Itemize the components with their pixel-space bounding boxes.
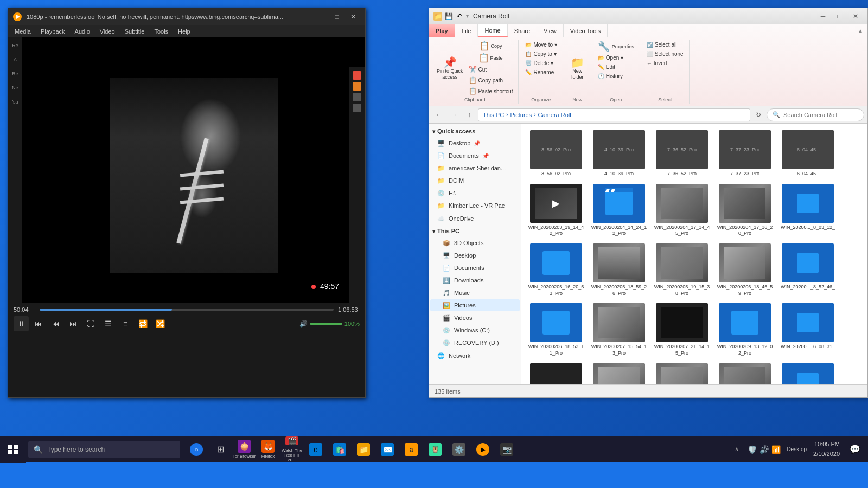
explorer-dropdown-icon[interactable]: ▾ [466,13,469,19]
path-camera-roll[interactable]: Camera Roll [538,112,571,118]
taskbar-app-firefox[interactable]: 🦊 Firefox [256,438,280,461]
up-button[interactable]: ↑ [463,108,476,121]
ribbon-tab-view[interactable]: View [537,24,564,37]
vlc-shuffle-button[interactable]: 🔀 [152,316,168,331]
history-button[interactable]: 🕐 History [596,72,625,80]
file-item-16[interactable]: WIN_20200210_15_20_53_Pro [589,361,649,384]
properties-button[interactable]: 🔧 Properties [596,41,636,53]
vlc-play-button[interactable]: ⏸ [14,316,29,331]
sidebar-item-documents2[interactable]: 📄 Documents [430,262,520,274]
ribbon-tab-home[interactable]: Home [478,24,507,37]
file-item-19[interactable]: WIN_20200..._1_15_11_ [777,361,838,384]
address-path[interactable]: This PC › Pictures › Camera Roll [478,108,750,121]
ribbon-tab-videotools[interactable]: Video Tools [564,24,608,37]
file-item-6[interactable]: WIN_20200205_18_59_26_Pro [589,241,649,299]
refresh-button[interactable]: ↻ [752,109,764,121]
file-item-4[interactable]: WIN_20200..._8_03_12_ [777,182,838,239]
cut-button[interactable]: ✂️ Cut [467,65,515,74]
file-item-11[interactable]: WIN_20200207_15_54_13_Pro [589,301,649,358]
vlc-volume-bar[interactable] [310,323,342,325]
vlc-side-item-red[interactable] [353,71,361,80]
vlc-playlist-button[interactable]: ≡ [118,316,133,331]
ribbon-collapse-btn[interactable]: ▲ [858,24,867,37]
tray-network-icon[interactable]: 📶 [771,445,780,454]
taskbar-camera[interactable]: 📷 [495,438,519,461]
select-none-button[interactable]: ⬜ Select none [644,50,686,58]
path-pictures[interactable]: Pictures [510,112,532,118]
paste-shortcut-button[interactable]: 📋 Paste shortcut [467,86,515,96]
vlc-volume-icon[interactable]: 🔊 [299,320,308,328]
file-item-15[interactable]: WIN_20200209_18_12_42_Pro [526,361,586,384]
vlc-menu-playback[interactable]: Playback [36,27,69,36]
taskbar-vlc[interactable]: ▶ [471,438,495,461]
explorer-close-button[interactable]: ✕ [848,10,863,22]
sidebar-item-3dobjects[interactable]: 📦 3D Objects [430,237,520,249]
ribbon-tab-file[interactable]: File [455,24,478,37]
file-item-18[interactable]: WIN_20200210_18_39_18_Pro [714,361,775,384]
open-button[interactable]: 📂 Open ▾ [596,54,626,62]
sidebar-header-quickaccess[interactable]: ▾ Quick access [429,126,521,137]
sidebar-item-desktop2[interactable]: 🖥️ Desktop [430,249,520,261]
file-item-1[interactable]: WIN_20200204_14_24_12_Pro [589,182,649,239]
show-hidden-tray[interactable]: ∧ [735,446,739,453]
file-item-13[interactable]: WIN_20200209_13_12_02_Pro [714,301,775,358]
vlc-close-button[interactable]: ✕ [346,11,361,23]
file-item-7[interactable]: WIN_20200205_19_15_38_Pro [652,241,712,299]
start-button[interactable] [0,436,26,463]
file-item-10[interactable]: WIN_20200206_18_53_11_Pro [526,301,586,358]
vlc-prev-button[interactable]: ⏮ [48,316,63,331]
file-item-0[interactable]: ▶ WIN_20200203_19_14_42_Pro [526,182,586,239]
vlc-menu-video[interactable]: Video [95,27,119,36]
file-item-2[interactable]: WIN_20200204_17_34_45_Pro [652,182,712,239]
copy-path-button[interactable]: 📋 Copy path [467,75,515,85]
tray-sound-icon[interactable]: 🔊 [760,445,768,454]
taskbar-store[interactable]: 🛍️ [328,438,352,461]
system-clock[interactable]: 10:05 PM 2/10/2020 [809,440,844,459]
vlc-repeat-button[interactable]: 🔁 [135,316,150,331]
select-all-button[interactable]: ☑️ Select all [644,41,679,49]
sidebar-item-desktop[interactable]: 🖥️ Desktop 📌 [430,137,520,149]
taskbar-explorer[interactable]: 📁 [352,438,375,461]
vlc-progress-bar[interactable] [40,309,334,311]
file-item-top-3[interactable]: 7_36_52_Pro 7_36_52_Pro [652,128,712,179]
file-item-8[interactable]: WIN_20200206_18_45_59_Pro [714,241,775,299]
vlc-fullscreen-button[interactable]: ⛶ [83,316,98,331]
vlc-side-item-2[interactable] [353,82,361,91]
vlc-menu-tools[interactable]: Tools [150,27,173,36]
taskbar-app-redpill[interactable]: 🎬 Watch The Red Pill 20... [280,438,304,461]
file-item-top-4[interactable]: 7_37_23_Pro 7_37_23_Pro [714,128,775,179]
path-this-pc[interactable]: This PC [483,112,504,118]
taskbar-amazon[interactable]: a [399,438,423,461]
sidebar-item-network[interactable]: 🌐 Network [430,350,520,362]
sidebar-item-music[interactable]: 🎵 Music [430,287,520,299]
taskbar-desktop-label[interactable]: Desktop [787,446,807,452]
search-box[interactable]: 🔍 [767,108,864,121]
vlc-maximize-button[interactable]: □ [329,11,344,23]
edit-button[interactable]: ✏️ Edit [596,63,617,71]
move-to-button[interactable]: 📂 Move to ▾ [523,41,559,49]
vlc-side-item-4[interactable] [353,104,361,112]
vlc-side-item-3[interactable] [353,93,361,101]
file-item-5[interactable]: WIN_20200205_16_20_53_Pro [526,241,586,299]
vlc-menu-help[interactable]: Help [174,27,195,36]
pin-to-quick-access-button[interactable]: 📌 Pin to Quickaccess [435,56,465,81]
delete-button[interactable]: 🗑️ Delete ▾ [523,59,556,67]
vlc-stop-button[interactable]: ⏮ [31,316,46,331]
taskbar-app-torbrowser[interactable]: 🧅 Tor Browser [232,438,256,461]
sidebar-item-dcim[interactable]: 📁 DCIM [430,175,520,187]
sidebar-item-americavr[interactable]: 📁 americavr-Sheridan... [430,162,520,174]
back-button[interactable]: ← [432,108,445,121]
taskbar-edge[interactable]: e [304,438,328,461]
notification-button[interactable]: 💬 [846,441,864,458]
sidebar-item-documents[interactable]: 📄 Documents 📌 [430,150,520,162]
ribbon-tab-share[interactable]: Share [508,24,537,37]
file-item-12[interactable]: WIN_20200207_21_14_15_Pro [652,301,712,358]
file-item-top-2[interactable]: 4_10_39_Pro 4_10_39_Pro [589,128,649,179]
vlc-menu-audio[interactable]: Audio [71,27,94,36]
sidebar-item-pictures[interactable]: 🖼️ Pictures [430,299,520,311]
rename-button[interactable]: ✏️ Rename [523,68,556,76]
sidebar-item-recovery-d[interactable]: 💿 RECOVERY (D:) [430,337,520,349]
taskbar-tripadvisor[interactable]: 🦉 [423,438,447,461]
copy-to-button[interactable]: 📋 Copy to ▾ [523,50,558,58]
paste-button[interactable]: 📋 Paste [467,53,515,63]
